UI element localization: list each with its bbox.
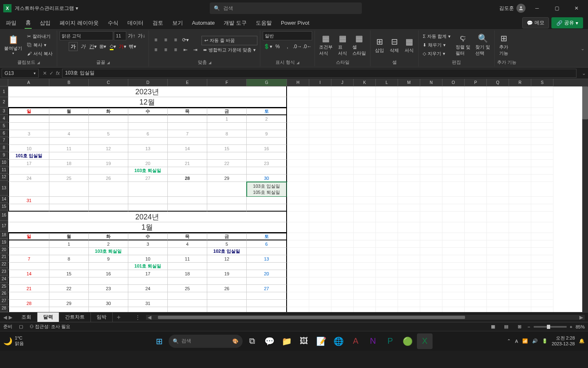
cell[interactable] bbox=[128, 204, 168, 212]
cell[interactable] bbox=[509, 160, 531, 167]
cell[interactable] bbox=[398, 86, 420, 97]
tray-chevron-icon[interactable]: ⌃ bbox=[507, 338, 511, 344]
cell[interactable] bbox=[509, 255, 531, 263]
cell[interactable]: 103호 퇴실일 bbox=[128, 167, 168, 175]
row-header-2[interactable]: 2 bbox=[0, 97, 8, 108]
cell[interactable]: 2024년 bbox=[8, 212, 287, 222]
cell[interactable] bbox=[309, 240, 331, 248]
cell[interactable] bbox=[531, 212, 553, 222]
cell[interactable] bbox=[207, 152, 247, 160]
cell[interactable] bbox=[287, 123, 309, 130]
cell[interactable]: 25 bbox=[49, 175, 89, 182]
cell[interactable] bbox=[465, 123, 487, 130]
cell[interactable]: 22 bbox=[207, 160, 247, 167]
sheet-tab-간트차트[interactable]: 간트차트 bbox=[59, 312, 91, 322]
cell[interactable] bbox=[465, 130, 487, 137]
cell[interactable] bbox=[331, 97, 354, 108]
cell[interactable] bbox=[509, 300, 531, 307]
row-header-18[interactable]: 18 bbox=[0, 231, 8, 239]
cell[interactable]: 25 bbox=[168, 285, 207, 292]
cell[interactable] bbox=[487, 130, 509, 137]
cell[interactable] bbox=[287, 97, 309, 108]
cell[interactable] bbox=[168, 197, 207, 204]
cell[interactable] bbox=[509, 197, 531, 204]
cell[interactable] bbox=[376, 152, 398, 160]
dialog-launcher-icon[interactable]: ◢ bbox=[208, 61, 211, 65]
cell[interactable]: 31 bbox=[128, 300, 168, 307]
cell[interactable] bbox=[8, 167, 49, 175]
cell[interactable] bbox=[309, 285, 331, 292]
cell[interactable] bbox=[442, 277, 465, 285]
cell[interactable] bbox=[49, 123, 89, 130]
cell[interactable] bbox=[207, 204, 247, 212]
cell[interactable]: 2 bbox=[247, 115, 287, 123]
cell[interactable] bbox=[420, 152, 442, 160]
cell[interactable] bbox=[531, 240, 553, 248]
cell[interactable] bbox=[168, 167, 207, 175]
cell[interactable] bbox=[247, 197, 287, 204]
cell[interactable] bbox=[376, 300, 398, 307]
cell[interactable]: 17 bbox=[8, 160, 49, 167]
cell[interactable] bbox=[8, 292, 49, 300]
cell[interactable] bbox=[398, 108, 420, 115]
row-header-14[interactable]: 14 bbox=[0, 196, 8, 203]
cell[interactable] bbox=[487, 204, 509, 212]
tab-home[interactable]: 홈 bbox=[25, 17, 32, 29]
cell[interactable]: 21 bbox=[168, 160, 207, 167]
cell[interactable] bbox=[287, 145, 309, 152]
cell[interactable] bbox=[354, 130, 376, 137]
cell[interactable] bbox=[354, 240, 376, 248]
cell[interactable] bbox=[354, 145, 376, 152]
cell[interactable] bbox=[487, 137, 509, 145]
cell[interactable] bbox=[376, 182, 398, 197]
cell[interactable] bbox=[376, 307, 398, 312]
cell[interactable] bbox=[509, 212, 531, 222]
cell[interactable] bbox=[509, 222, 531, 233]
cell[interactable] bbox=[247, 307, 287, 312]
cell[interactable] bbox=[331, 292, 354, 300]
cell[interactable] bbox=[465, 115, 487, 123]
cell[interactable] bbox=[398, 270, 420, 277]
cell[interactable] bbox=[331, 137, 354, 145]
cell[interactable]: 4 bbox=[168, 240, 207, 248]
cell[interactable] bbox=[168, 277, 207, 285]
cell[interactable] bbox=[465, 86, 487, 97]
cell[interactable] bbox=[420, 277, 442, 285]
formula-input[interactable]: 103호 입실일 bbox=[62, 69, 576, 78]
start-button[interactable]: ⊞ bbox=[151, 333, 167, 349]
cell[interactable]: 수 bbox=[128, 233, 168, 240]
cell[interactable]: 일 bbox=[8, 233, 49, 240]
scrollbar-thumb[interactable] bbox=[158, 316, 465, 319]
cell[interactable] bbox=[420, 204, 442, 212]
tabs-menu-button[interactable]: ⋮ bbox=[133, 314, 143, 320]
weather-widget[interactable]: 🌙 1°C 맑음 bbox=[3, 335, 24, 347]
row-header-4[interactable]: 4 bbox=[0, 115, 8, 122]
orientation-button[interactable]: ⟳▾ bbox=[181, 35, 190, 44]
cell[interactable]: 목 bbox=[168, 233, 207, 240]
cell[interactable] bbox=[168, 292, 207, 300]
cell[interactable] bbox=[442, 212, 465, 222]
cell[interactable] bbox=[207, 123, 247, 130]
cell[interactable] bbox=[465, 285, 487, 292]
cell[interactable] bbox=[354, 86, 376, 97]
cell[interactable] bbox=[331, 204, 354, 212]
cell[interactable] bbox=[487, 167, 509, 175]
cell[interactable] bbox=[420, 175, 442, 182]
column-header-H[interactable]: H bbox=[287, 79, 309, 86]
cell[interactable] bbox=[309, 307, 331, 312]
cell[interactable] bbox=[331, 167, 354, 175]
cell[interactable] bbox=[287, 204, 309, 212]
cell[interactable] bbox=[89, 204, 128, 212]
cell[interactable] bbox=[309, 204, 331, 212]
cell[interactable] bbox=[376, 248, 398, 255]
cell[interactable] bbox=[168, 182, 207, 197]
cell[interactable] bbox=[531, 160, 553, 167]
cell[interactable] bbox=[309, 123, 331, 130]
volume-icon[interactable]: 🔊 bbox=[532, 338, 538, 344]
cell[interactable] bbox=[376, 270, 398, 277]
cell[interactable] bbox=[420, 233, 442, 240]
cell[interactable] bbox=[376, 108, 398, 115]
cell[interactable] bbox=[509, 123, 531, 130]
cell[interactable] bbox=[287, 277, 309, 285]
cell[interactable] bbox=[487, 97, 509, 108]
